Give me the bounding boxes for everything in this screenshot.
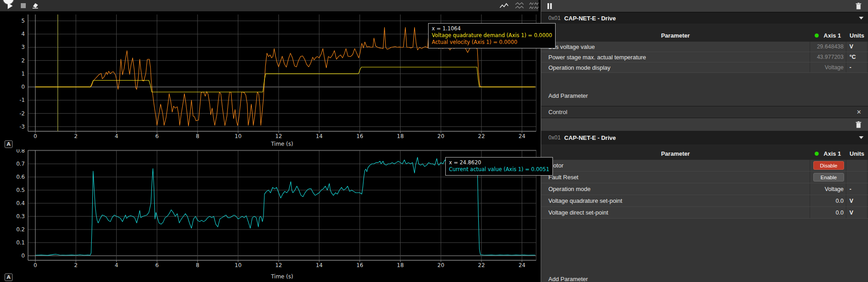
chevron-down-icon[interactable] bbox=[859, 17, 863, 19]
parameter-name: Fault Reset bbox=[541, 172, 810, 183]
single-scope-layout-icon[interactable] bbox=[498, 0, 510, 11]
parameter-name: Voltage quadrature set-point bbox=[541, 195, 810, 206]
scope-toolbar bbox=[0, 0, 538, 11]
column-axis: Axis 1 bbox=[810, 32, 846, 42]
svg-text:22: 22 bbox=[478, 133, 485, 139]
svg-text:24: 24 bbox=[519, 133, 525, 139]
table-row: Voltage quadrature set-point 0.0 V bbox=[541, 195, 868, 207]
column-parameter: Parameter bbox=[541, 32, 810, 42]
svg-text:20: 20 bbox=[438, 133, 444, 139]
add-parameter-button[interactable]: Add Parameter bbox=[548, 92, 588, 99]
drive-header[interactable]: 0x01 CAP-NET-E - Drive bbox=[541, 131, 868, 144]
parameter-unit: V bbox=[846, 195, 868, 206]
control-bar-title: Control bbox=[548, 109, 567, 115]
svg-text:0.8: 0.8 bbox=[16, 149, 25, 154]
svg-text:0: 0 bbox=[21, 84, 25, 90]
table-row: Voltage direct set-point 0.0 V bbox=[541, 207, 868, 219]
parameter-name: Voltage direct set-point bbox=[541, 207, 810, 218]
column-units: Units bbox=[846, 32, 868, 42]
parameter-panel: 0x01 CAP-NET-E - Drive Parameter Axis 1 … bbox=[541, 0, 868, 282]
drive-scope-app: { "accent_colors": { "voltage_demand": "… bbox=[0, 0, 868, 282]
svg-text:12: 12 bbox=[275, 262, 282, 268]
erase-icon[interactable] bbox=[30, 0, 40, 11]
device-name: CAP-NET-E - Drive bbox=[564, 134, 616, 141]
drive-header[interactable]: 0x01 CAP-NET-E - Drive bbox=[541, 13, 868, 24]
svg-text:18: 18 bbox=[397, 133, 404, 139]
quad-scope-layout-icon[interactable] bbox=[528, 0, 540, 11]
svg-text:5: 5 bbox=[21, 18, 25, 24]
trash-icon[interactable] bbox=[854, 0, 863, 12]
column-parameter: Parameter bbox=[541, 150, 810, 160]
voltage-quadrature-setpoint-field[interactable]: 0.0 bbox=[810, 195, 846, 206]
table-row: Power stage max. actual temperature 43.9… bbox=[541, 52, 868, 62]
svg-text:-3: -3 bbox=[19, 124, 25, 130]
device-address: 0x01 bbox=[548, 15, 561, 21]
dual-scope-layout-icon[interactable] bbox=[514, 0, 525, 11]
parameter-unit: V bbox=[846, 42, 868, 52]
bottom-chart-tooltip: x = 24.8620 Current actual value (Axis 1… bbox=[445, 157, 553, 176]
parameter-name: Power stage max. actual temperature bbox=[541, 52, 810, 62]
operation-mode-select[interactable]: Voltage bbox=[810, 183, 846, 195]
tooltip-x-value: x = 1.1064 bbox=[432, 25, 552, 32]
voltage-direct-setpoint-field[interactable]: 0.0 bbox=[810, 207, 846, 218]
svg-text:16: 16 bbox=[356, 133, 363, 139]
svg-text:8: 8 bbox=[196, 133, 199, 139]
svg-text:10: 10 bbox=[235, 262, 241, 268]
parameter-unit: °C bbox=[846, 52, 868, 62]
control-bar: Control ✕ bbox=[541, 106, 868, 118]
control-toolbar bbox=[541, 118, 868, 131]
svg-text:2: 2 bbox=[74, 133, 78, 139]
column-units: Units bbox=[846, 150, 868, 160]
svg-text:0.6: 0.6 bbox=[16, 174, 25, 180]
svg-text:12: 12 bbox=[275, 133, 282, 139]
table-row: Operation mode display Voltage - bbox=[541, 62, 868, 73]
svg-text:2: 2 bbox=[21, 57, 25, 64]
stop-icon[interactable] bbox=[19, 0, 28, 11]
parameter-value: 29.648438 bbox=[810, 42, 846, 52]
svg-text:24: 24 bbox=[519, 262, 525, 268]
svg-text:0.5: 0.5 bbox=[16, 187, 25, 193]
table-row: Bus voltage value 29.648438 V bbox=[541, 42, 868, 52]
close-icon[interactable]: ✕ bbox=[855, 109, 863, 116]
svg-text:Time (s): Time (s) bbox=[271, 141, 293, 147]
parameter-table-header: Parameter Axis 1 Units bbox=[541, 24, 868, 42]
svg-text:Time (s): Time (s) bbox=[271, 273, 293, 280]
pause-icon[interactable] bbox=[546, 0, 554, 12]
table-row: Operation mode Voltage - bbox=[541, 183, 868, 195]
trash-icon[interactable] bbox=[854, 118, 863, 131]
svg-text:4: 4 bbox=[115, 262, 118, 268]
svg-text:18: 18 bbox=[397, 262, 404, 268]
svg-text:0: 0 bbox=[21, 253, 25, 259]
svg-text:14: 14 bbox=[316, 133, 322, 139]
column-axis-label: Axis 1 bbox=[824, 150, 841, 157]
svg-text:0: 0 bbox=[33, 133, 37, 139]
parameter-name: Motor bbox=[541, 160, 810, 171]
svg-text:0.1: 0.1 bbox=[16, 239, 25, 246]
top-chart-tooltip: x = 1.1064 Voltage quadrature demand (Ax… bbox=[428, 23, 556, 48]
parameter-table-header: Parameter Axis 1 Units bbox=[541, 144, 868, 160]
play-icon[interactable] bbox=[5, 0, 14, 11]
svg-text:4: 4 bbox=[21, 31, 25, 37]
tooltip-voltage-demand: Voltage quadrature demand (Axis 1) = 0.0… bbox=[432, 32, 552, 39]
fault-reset-enable-button[interactable]: Enable bbox=[813, 173, 844, 182]
chevron-down-icon[interactable] bbox=[859, 136, 863, 139]
autoscale-button-bottom[interactable]: A bbox=[5, 273, 13, 281]
add-parameter-button[interactable]: Add Parameter bbox=[548, 276, 588, 282]
svg-text:16: 16 bbox=[356, 262, 363, 268]
device-name: CAP-NET-E - Drive bbox=[564, 15, 616, 22]
tooltip-current-actual: Current actual value (Axis 1) = 0.0051 bbox=[449, 166, 549, 173]
tooltip-actual-velocity: Actual velocity (Axis 1) = 0.0000 bbox=[432, 39, 552, 46]
motor-disable-button[interactable]: Disable bbox=[813, 161, 844, 170]
parameter-value: 43.977203 bbox=[810, 52, 846, 62]
svg-text:-2: -2 bbox=[19, 110, 25, 117]
watch-section-body: Add Parameter bbox=[541, 73, 868, 106]
control-section-body: Add Parameter bbox=[541, 219, 868, 282]
table-row: Motor Disable bbox=[541, 160, 868, 172]
svg-text:0.2: 0.2 bbox=[16, 226, 25, 233]
svg-text:0.7: 0.7 bbox=[16, 161, 25, 167]
autoscale-button-top[interactable]: A bbox=[5, 140, 13, 148]
axis-status-dot bbox=[815, 33, 819, 38]
parameter-name: Bus voltage value bbox=[541, 42, 810, 52]
watch-toolbar bbox=[541, 0, 868, 13]
svg-text:1: 1 bbox=[21, 71, 25, 77]
